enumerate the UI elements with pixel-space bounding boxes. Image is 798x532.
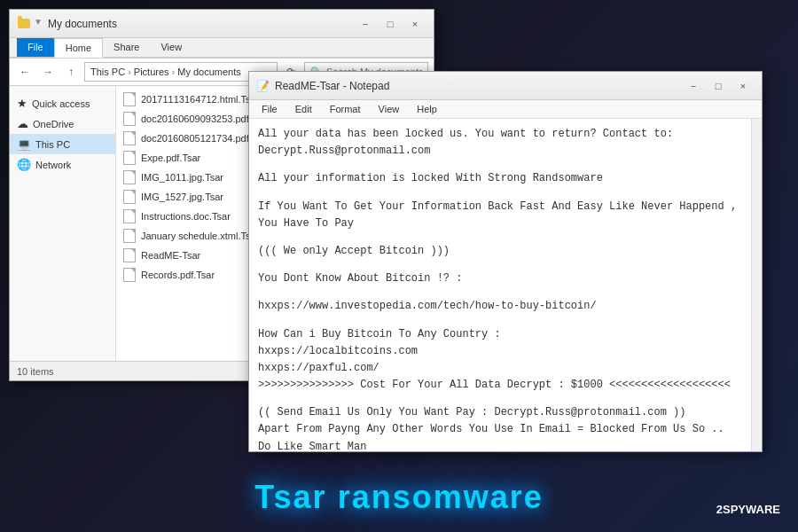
notepad-line — [258, 394, 742, 404]
menu-help[interactable]: Help — [408, 102, 446, 116]
notepad-line: hxxps://www.investopedia.com/tech/how-to… — [258, 298, 742, 315]
tab-share[interactable]: Share — [103, 38, 150, 57]
path-sep-1: › — [128, 66, 131, 77]
notepad-title-icon: 📝 — [256, 80, 270, 92]
folder-icon — [18, 19, 30, 28]
sidebar-label-this-pc: This PC — [35, 139, 70, 150]
file-name: Records.pdf.Tsar — [141, 270, 215, 280]
explorer-window-controls: − □ × — [354, 15, 426, 33]
tab-view[interactable]: View — [150, 38, 192, 57]
notepad-line: ((( We only Accept Bitcoin ))) — [258, 243, 742, 260]
sidebar: ★ Quick access ☁ OneDrive 💻 This PC 🌐 Ne… — [10, 86, 116, 361]
menu-format[interactable]: Format — [321, 102, 370, 116]
file-name: January schedule.xtml.Tsar — [141, 231, 259, 241]
explorer-close-btn[interactable]: × — [403, 15, 426, 33]
notepad-line — [258, 188, 742, 199]
sidebar-label-network: Network — [35, 160, 71, 170]
this-pc-icon: 💻 — [17, 137, 31, 151]
file-name: Expe.pdf.Tsar — [141, 153, 200, 163]
menu-view[interactable]: View — [370, 102, 409, 116]
explorer-ribbon: File Home Share View — [10, 38, 434, 59]
ransomware-label: Tsar ransomware — [254, 479, 543, 516]
spyware-logo: 2SPYWARE — [716, 503, 780, 516]
explorer-title-bar: ▼ My documents − □ × — [10, 10, 434, 38]
title-bar-icons: ▼ — [17, 17, 43, 31]
path-part-1: This PC — [90, 66, 125, 77]
file-icon — [123, 92, 136, 106]
notepad-line: hxxps://paxful.com/ — [258, 360, 742, 377]
file-icon — [123, 190, 136, 204]
notepad-scrollbar[interactable] — [751, 119, 762, 451]
file-name: IMG_1011.jpg.Tsar — [141, 172, 223, 183]
notepad-line: (( Send Email Us Only You Want Pay : Dec… — [258, 404, 742, 421]
notepad-line: All your information is locked With Stro… — [258, 170, 742, 187]
notepad-line: hxxps://localbitcoins.com — [258, 343, 742, 360]
file-name: IMG_1527.jpg.Tsar — [141, 192, 223, 202]
nav-back-btn[interactable]: ← — [15, 62, 35, 82]
file-icon — [123, 151, 136, 165]
path-sep-2: › — [172, 66, 176, 77]
file-name: Instructions.doc.Tsar — [141, 211, 231, 222]
network-icon: 🌐 — [17, 158, 31, 171]
notepad-line — [258, 287, 742, 298]
nav-up-btn[interactable]: ↑ — [61, 62, 81, 82]
sidebar-item-quick-access[interactable]: ★ Quick access — [10, 93, 115, 113]
notepad-close-btn[interactable]: × — [732, 77, 755, 95]
status-text: 10 items — [17, 366, 54, 377]
notepad-line — [258, 232, 742, 243]
explorer-maximize-btn[interactable]: □ — [379, 15, 402, 33]
onedrive-icon: ☁ — [17, 117, 28, 130]
quick-access-icon: ★ — [17, 97, 27, 110]
file-icon — [123, 170, 136, 184]
tab-home[interactable]: Home — [54, 38, 103, 58]
notepad-minimize-btn[interactable]: − — [682, 77, 705, 95]
file-name: 20171113164712.html.Tsar — [141, 94, 259, 105]
notepad-line: Apart From Payng Any Other Words You Use… — [258, 421, 742, 451]
notepad-line — [258, 260, 742, 270]
notepad-content[interactable]: All your data has been locked us. You wa… — [249, 119, 751, 451]
file-icon — [123, 112, 136, 126]
notepad-line — [258, 316, 742, 326]
notepad-title-text: ReadME-Tsar - Notepad — [275, 80, 682, 92]
notepad-line: All your data has been locked us. You wa… — [258, 126, 742, 160]
sidebar-item-this-pc[interactable]: 💻 This PC — [10, 134, 115, 154]
path-part-3: My documents — [177, 66, 241, 77]
menu-file[interactable]: File — [253, 102, 286, 116]
notepad-line — [258, 160, 742, 170]
file-icon — [123, 248, 136, 262]
notepad-body: All your data has been locked us. You wa… — [249, 119, 762, 451]
menu-edit[interactable]: Edit — [286, 102, 321, 116]
notepad-title-bar: 📝 ReadME-Tsar - Notepad − □ × — [249, 72, 762, 100]
notepad-line: How Can i Buy Bitcoin To Any Country : — [258, 326, 742, 343]
explorer-title-text: My documents — [48, 18, 354, 30]
sidebar-item-network[interactable]: 🌐 Network — [10, 154, 115, 175]
notepad-title-icons: 📝 — [256, 80, 270, 92]
file-name: ReadME-Tsar — [141, 250, 200, 261]
title-nav-arrow: ▼ — [34, 17, 43, 31]
file-icon — [123, 229, 136, 243]
notepad-menu: File Edit Format View Help — [249, 100, 762, 119]
ribbon-tabs: File Home Share View — [10, 38, 434, 58]
file-icon — [123, 209, 136, 223]
notepad-window-controls: − □ × — [682, 77, 755, 95]
sidebar-label-quick-access: Quick access — [32, 98, 90, 109]
sidebar-item-onedrive[interactable]: ☁ OneDrive — [10, 113, 115, 134]
notepad-window: 📝 ReadME-Tsar - Notepad − □ × File Edit … — [248, 71, 763, 452]
sidebar-label-onedrive: OneDrive — [33, 119, 74, 129]
nav-forward-btn[interactable]: → — [38, 62, 58, 82]
file-icon — [123, 268, 136, 282]
notepad-line: If You Want To Get Your Information Back… — [258, 199, 742, 232]
spyware-logo-text: 2SPYWARE — [716, 503, 780, 516]
notepad-maximize-btn[interactable]: □ — [707, 77, 730, 95]
notepad-line: >>>>>>>>>>>>>>> Cost For Your All Data D… — [258, 377, 742, 394]
explorer-minimize-btn[interactable]: − — [354, 15, 377, 33]
path-part-2: Pictures — [134, 66, 169, 77]
file-icon — [123, 131, 136, 145]
title-icon — [17, 17, 31, 31]
notepad-line: You Dont Know About Bitcoin !? : — [258, 270, 742, 287]
tab-file[interactable]: File — [17, 38, 54, 57]
